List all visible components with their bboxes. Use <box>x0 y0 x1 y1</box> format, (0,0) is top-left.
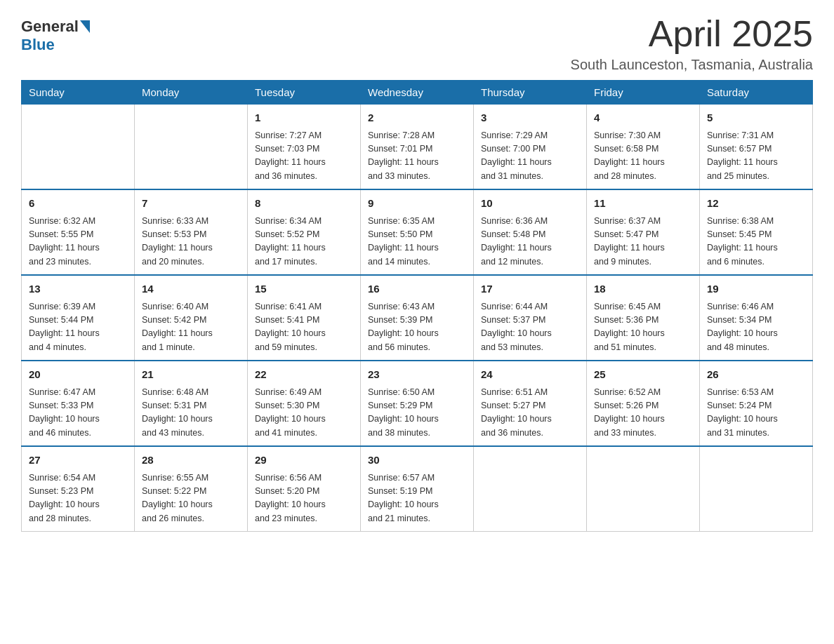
day-number: 5 <box>707 110 805 126</box>
calendar-week-row: 13Sunrise: 6:39 AM Sunset: 5:44 PM Dayli… <box>22 275 813 361</box>
day-info: Sunrise: 6:43 AM Sunset: 5:39 PM Dayligh… <box>368 300 466 355</box>
weekday-header-sunday: Sunday <box>22 81 135 105</box>
day-number: 14 <box>142 281 240 297</box>
day-number: 7 <box>142 196 240 212</box>
calendar-cell: 7Sunrise: 6:33 AM Sunset: 5:53 PM Daylig… <box>135 189 248 275</box>
weekday-header-thursday: Thursday <box>474 81 587 105</box>
day-number: 20 <box>29 367 127 383</box>
calendar-cell: 20Sunrise: 6:47 AM Sunset: 5:33 PM Dayli… <box>22 361 135 446</box>
day-info: Sunrise: 6:52 AM Sunset: 5:26 PM Dayligh… <box>594 386 692 441</box>
calendar-week-row: 20Sunrise: 6:47 AM Sunset: 5:33 PM Dayli… <box>22 361 813 446</box>
day-number: 1 <box>255 110 353 126</box>
day-info: Sunrise: 6:55 AM Sunset: 5:22 PM Dayligh… <box>142 471 240 526</box>
calendar-week-row: 1Sunrise: 7:27 AM Sunset: 7:03 PM Daylig… <box>22 105 813 190</box>
day-number: 18 <box>594 281 692 297</box>
location-title: South Launceston, Tasmania, Australia <box>571 57 813 73</box>
title-section: April 2025 South Launceston, Tasmania, A… <box>571 14 813 73</box>
weekday-header-tuesday: Tuesday <box>248 81 361 105</box>
calendar-cell <box>22 105 135 190</box>
calendar-cell: 13Sunrise: 6:39 AM Sunset: 5:44 PM Dayli… <box>22 275 135 361</box>
day-number: 22 <box>255 367 353 383</box>
day-number: 6 <box>29 196 127 212</box>
calendar-cell: 15Sunrise: 6:41 AM Sunset: 5:41 PM Dayli… <box>248 275 361 361</box>
day-number: 9 <box>368 196 466 212</box>
calendar-cell: 10Sunrise: 6:36 AM Sunset: 5:48 PM Dayli… <box>474 189 587 275</box>
calendar-week-row: 6Sunrise: 6:32 AM Sunset: 5:55 PM Daylig… <box>22 189 813 275</box>
day-info: Sunrise: 6:35 AM Sunset: 5:50 PM Dayligh… <box>368 215 466 269</box>
day-info: Sunrise: 6:57 AM Sunset: 5:19 PM Dayligh… <box>368 471 466 526</box>
logo-blue-text: Blue <box>21 36 55 54</box>
calendar-cell: 21Sunrise: 6:48 AM Sunset: 5:31 PM Dayli… <box>135 361 248 446</box>
day-number: 17 <box>481 281 579 297</box>
calendar-cell: 2Sunrise: 7:28 AM Sunset: 7:01 PM Daylig… <box>361 105 474 190</box>
logo: General Blue <box>21 14 90 54</box>
day-number: 28 <box>142 452 240 469</box>
day-number: 3 <box>481 110 579 126</box>
day-info: Sunrise: 7:30 AM Sunset: 6:58 PM Dayligh… <box>594 129 692 184</box>
day-info: Sunrise: 6:37 AM Sunset: 5:47 PM Dayligh… <box>594 215 692 269</box>
day-info: Sunrise: 6:49 AM Sunset: 5:30 PM Dayligh… <box>255 386 353 441</box>
day-number: 24 <box>481 367 579 383</box>
day-info: Sunrise: 6:33 AM Sunset: 5:53 PM Dayligh… <box>142 215 240 269</box>
day-info: Sunrise: 6:41 AM Sunset: 5:41 PM Dayligh… <box>255 300 353 355</box>
day-info: Sunrise: 6:46 AM Sunset: 5:34 PM Dayligh… <box>707 300 805 355</box>
calendar-cell: 12Sunrise: 6:38 AM Sunset: 5:45 PM Dayli… <box>700 189 813 275</box>
day-info: Sunrise: 6:53 AM Sunset: 5:24 PM Dayligh… <box>707 386 805 441</box>
calendar-cell: 23Sunrise: 6:50 AM Sunset: 5:29 PM Dayli… <box>361 361 474 446</box>
day-number: 25 <box>594 367 692 383</box>
day-info: Sunrise: 6:34 AM Sunset: 5:52 PM Dayligh… <box>255 215 353 269</box>
day-number: 4 <box>594 110 692 126</box>
day-info: Sunrise: 6:44 AM Sunset: 5:37 PM Dayligh… <box>481 300 579 355</box>
calendar-cell <box>474 446 587 532</box>
calendar-cell <box>587 446 700 532</box>
calendar-cell: 6Sunrise: 6:32 AM Sunset: 5:55 PM Daylig… <box>22 189 135 275</box>
day-info: Sunrise: 6:48 AM Sunset: 5:31 PM Dayligh… <box>142 386 240 441</box>
calendar-cell: 18Sunrise: 6:45 AM Sunset: 5:36 PM Dayli… <box>587 275 700 361</box>
calendar-table: SundayMondayTuesdayWednesdayThursdayFrid… <box>21 80 813 532</box>
page-header: General Blue April 2025 South Launceston… <box>21 14 813 73</box>
day-number: 21 <box>142 367 240 383</box>
logo-general-text: General <box>21 18 79 36</box>
logo-arrow-icon <box>80 20 90 33</box>
weekday-header-row: SundayMondayTuesdayWednesdayThursdayFrid… <box>22 81 813 105</box>
calendar-cell: 14Sunrise: 6:40 AM Sunset: 5:42 PM Dayli… <box>135 275 248 361</box>
day-info: Sunrise: 6:54 AM Sunset: 5:23 PM Dayligh… <box>29 471 127 526</box>
day-info: Sunrise: 6:40 AM Sunset: 5:42 PM Dayligh… <box>142 300 240 355</box>
day-number: 23 <box>368 367 466 383</box>
day-info: Sunrise: 7:29 AM Sunset: 7:00 PM Dayligh… <box>481 129 579 184</box>
calendar-cell: 26Sunrise: 6:53 AM Sunset: 5:24 PM Dayli… <box>700 361 813 446</box>
calendar-cell: 24Sunrise: 6:51 AM Sunset: 5:27 PM Dayli… <box>474 361 587 446</box>
day-number: 11 <box>594 196 692 212</box>
calendar-cell: 4Sunrise: 7:30 AM Sunset: 6:58 PM Daylig… <box>587 105 700 190</box>
day-info: Sunrise: 6:51 AM Sunset: 5:27 PM Dayligh… <box>481 386 579 441</box>
calendar-cell: 17Sunrise: 6:44 AM Sunset: 5:37 PM Dayli… <box>474 275 587 361</box>
weekday-header-saturday: Saturday <box>700 81 813 105</box>
day-number: 10 <box>481 196 579 212</box>
day-info: Sunrise: 6:47 AM Sunset: 5:33 PM Dayligh… <box>29 386 127 441</box>
calendar-cell: 1Sunrise: 7:27 AM Sunset: 7:03 PM Daylig… <box>248 105 361 190</box>
calendar-cell: 30Sunrise: 6:57 AM Sunset: 5:19 PM Dayli… <box>361 446 474 532</box>
calendar-cell <box>135 105 248 190</box>
day-info: Sunrise: 6:56 AM Sunset: 5:20 PM Dayligh… <box>255 471 353 526</box>
calendar-cell: 29Sunrise: 6:56 AM Sunset: 5:20 PM Dayli… <box>248 446 361 532</box>
calendar-cell: 25Sunrise: 6:52 AM Sunset: 5:26 PM Dayli… <box>587 361 700 446</box>
day-number: 15 <box>255 281 353 297</box>
weekday-header-wednesday: Wednesday <box>361 81 474 105</box>
calendar-cell: 9Sunrise: 6:35 AM Sunset: 5:50 PM Daylig… <box>361 189 474 275</box>
weekday-header-monday: Monday <box>135 81 248 105</box>
day-number: 13 <box>29 281 127 297</box>
day-number: 19 <box>707 281 805 297</box>
day-number: 2 <box>368 110 466 126</box>
day-info: Sunrise: 6:32 AM Sunset: 5:55 PM Dayligh… <box>29 215 127 269</box>
day-number: 26 <box>707 367 805 383</box>
day-number: 12 <box>707 196 805 212</box>
calendar-cell: 5Sunrise: 7:31 AM Sunset: 6:57 PM Daylig… <box>700 105 813 190</box>
day-info: Sunrise: 6:38 AM Sunset: 5:45 PM Dayligh… <box>707 215 805 269</box>
calendar-cell: 11Sunrise: 6:37 AM Sunset: 5:47 PM Dayli… <box>587 189 700 275</box>
calendar-cell <box>700 446 813 532</box>
calendar-cell: 3Sunrise: 7:29 AM Sunset: 7:00 PM Daylig… <box>474 105 587 190</box>
calendar-cell: 8Sunrise: 6:34 AM Sunset: 5:52 PM Daylig… <box>248 189 361 275</box>
weekday-header-friday: Friday <box>587 81 700 105</box>
day-info: Sunrise: 6:39 AM Sunset: 5:44 PM Dayligh… <box>29 300 127 355</box>
day-number: 8 <box>255 196 353 212</box>
